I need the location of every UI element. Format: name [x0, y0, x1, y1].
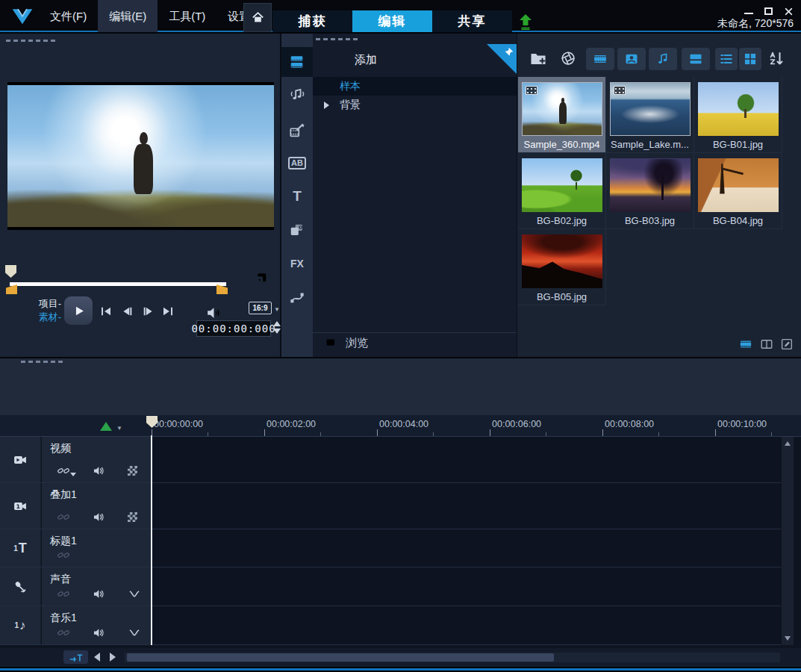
track-header[interactable]: 音乐1 — [42, 606, 152, 644]
scroll-up-icon[interactable] — [785, 441, 791, 446]
filter-icon[interactable]: FX — [281, 249, 313, 279]
auto-scroll-button[interactable] — [63, 650, 88, 664]
link-caret-icon[interactable] — [70, 473, 76, 476]
mute-icon[interactable] — [92, 626, 105, 639]
backdrop-icon[interactable] — [682, 48, 710, 70]
category-samples[interactable]: 样本 — [313, 77, 517, 96]
mute-icon[interactable] — [92, 464, 105, 477]
filter-audio-icon[interactable] — [649, 48, 677, 70]
menu-tools[interactable]: 工具(T) — [158, 0, 216, 32]
repeat-button[interactable] — [181, 305, 198, 317]
sort-icon[interactable] — [767, 49, 785, 69]
thumbnail[interactable] — [698, 82, 779, 136]
title-track-icon[interactable]: 1T — [0, 529, 41, 567]
import-folder-icon[interactable] — [528, 50, 549, 68]
transparency-icon[interactable] — [128, 511, 141, 523]
aspect-caret-icon[interactable]: ▼ — [274, 306, 280, 313]
panel-grip[interactable] — [316, 38, 359, 40]
library-view-icon[interactable] — [738, 337, 753, 351]
clip-mode-label[interactable]: 素材- — [22, 311, 61, 324]
tab-capture[interactable]: 捕获 — [272, 10, 352, 32]
horizontal-scrollbar[interactable] — [125, 653, 780, 662]
link-icon[interactable] — [57, 588, 70, 600]
music-track-icon[interactable]: 1♪ — [0, 606, 41, 644]
add-track-icon[interactable] — [57, 418, 74, 433]
track-header[interactable]: 视频 — [42, 437, 152, 482]
grid-view-icon[interactable] — [739, 48, 761, 70]
thumbnail[interactable] — [698, 158, 779, 212]
filter-video-icon[interactable] — [586, 48, 614, 70]
library-item[interactable]: Sample_Lake.m... — [606, 77, 694, 153]
prev-frame-button[interactable] — [121, 305, 134, 317]
link-icon[interactable] — [57, 549, 70, 561]
transparency-icon[interactable] — [128, 464, 141, 477]
upgrade-arrow-icon[interactable] — [518, 13, 533, 30]
title-icon[interactable]: T — [281, 181, 313, 211]
link-icon[interactable] — [57, 511, 70, 523]
thumbnail[interactable] — [610, 158, 691, 212]
track-content[interactable] — [152, 437, 781, 482]
overlay-camera-icon[interactable] — [0, 483, 41, 529]
library-item[interactable]: BG-B01.jpg — [694, 77, 782, 153]
close-button[interactable] — [784, 6, 794, 16]
thumbnail[interactable] — [610, 82, 691, 136]
preview-timecode[interactable]: 00:00:00:000 — [196, 320, 271, 337]
motion-path-icon[interactable] — [281, 282, 313, 312]
scroll-left-icon[interactable] — [94, 653, 100, 662]
jump-end-button[interactable] — [161, 305, 175, 317]
minimize-button[interactable] — [744, 13, 753, 14]
track-content[interactable] — [152, 483, 781, 529]
voice-mic-icon[interactable] — [0, 567, 41, 606]
track-header[interactable]: 标题1 — [42, 529, 152, 567]
track-header[interactable]: 叠加1 — [42, 483, 152, 529]
browse-button[interactable]: 浏览 — [313, 332, 517, 353]
track-content[interactable] — [152, 529, 781, 567]
preview-video[interactable] — [7, 82, 274, 230]
library-item[interactable]: BG-B02.jpg — [518, 153, 606, 229]
library-item[interactable]: BG-B04.jpg — [694, 153, 782, 229]
ripple-caret-icon[interactable]: ▼ — [116, 425, 122, 432]
link-icon[interactable] — [57, 626, 70, 639]
ripple-edit-icon[interactable] — [100, 422, 112, 431]
edit-item-icon[interactable] — [779, 337, 794, 351]
library-item[interactable]: BG-B05.jpg — [518, 229, 606, 305]
scroll-right-icon[interactable] — [110, 653, 116, 662]
playhead-line[interactable] — [151, 435, 152, 645]
playhead-marker[interactable] — [5, 265, 16, 278]
jump-start-button[interactable] — [99, 305, 113, 317]
menu-file[interactable]: 文件(F) — [39, 0, 98, 32]
duck-icon[interactable] — [128, 626, 141, 639]
library-item[interactable]: Sample_360.mp4 — [518, 77, 606, 153]
add-category-button[interactable]: 添加 — [313, 46, 517, 75]
thumbnail[interactable] — [522, 82, 602, 136]
track-content[interactable] — [152, 567, 781, 606]
transition-icon[interactable]: AB — [281, 148, 313, 178]
horizontal-scrollbar-thumb[interactable] — [127, 653, 554, 662]
library-item[interactable]: BG-B03.jpg — [606, 153, 694, 229]
timecode-spinner[interactable] — [273, 321, 281, 334]
link-icon[interactable] — [57, 464, 70, 477]
track-header[interactable]: 声音 — [42, 567, 152, 606]
expand-icon[interactable] — [324, 102, 329, 109]
vertical-scrollbar[interactable] — [782, 437, 794, 645]
audio-icon[interactable] — [281, 80, 313, 110]
proxy-icon[interactable] — [561, 51, 577, 67]
home-button[interactable] — [243, 3, 272, 32]
play-button[interactable] — [64, 296, 93, 325]
aspect-ratio-select[interactable]: 16:9 — [249, 302, 272, 314]
panel-grip[interactable] — [6, 40, 58, 42]
video-camera-icon[interactable] — [0, 437, 41, 482]
media-icon[interactable] — [281, 47, 313, 77]
scroll-down-icon[interactable] — [785, 636, 791, 641]
filter-photo-icon[interactable] — [617, 48, 646, 70]
track-manager-icon[interactable] — [19, 418, 36, 433]
tab-share[interactable]: 共享 — [432, 10, 512, 32]
maximize-button[interactable] — [764, 7, 773, 15]
tab-edit[interactable]: 编辑 — [352, 10, 432, 32]
category-backgrounds[interactable]: 背景 — [313, 96, 517, 114]
split-view-icon[interactable] — [759, 337, 774, 351]
mute-icon[interactable] — [92, 511, 105, 523]
volume-button[interactable] — [205, 305, 222, 317]
panel-grip[interactable] — [21, 361, 64, 363]
mute-icon[interactable] — [92, 588, 105, 600]
